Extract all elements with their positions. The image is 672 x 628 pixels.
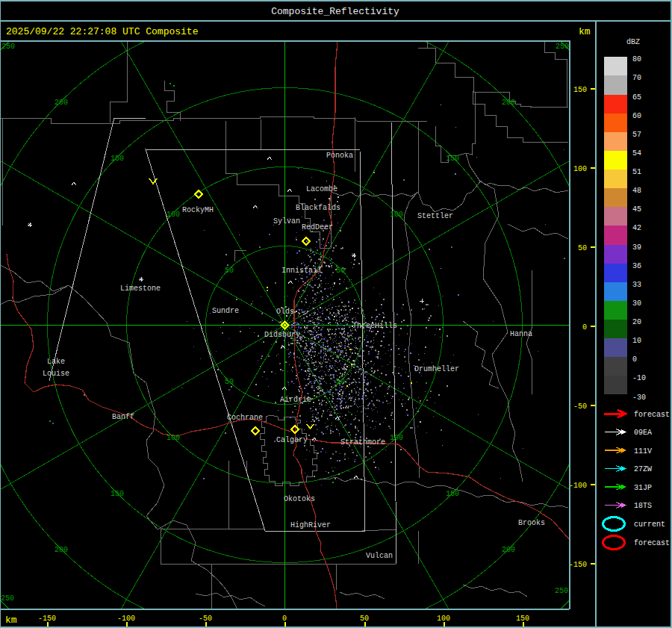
svg-text:RockyMH: RockyMH — [182, 206, 214, 214]
svg-text:50: 50 — [225, 267, 234, 275]
svg-text:150: 150 — [111, 155, 124, 163]
svg-text:km: km — [579, 26, 591, 37]
svg-text:HighRiver: HighRiver — [290, 521, 331, 529]
svg-text:-50: -50 — [199, 615, 212, 623]
svg-text:Lacombe: Lacombe — [306, 185, 337, 193]
svg-text:100: 100 — [573, 165, 587, 173]
svg-text:forecast: forecast — [634, 411, 670, 419]
svg-text:current: current — [634, 520, 665, 529]
svg-text:50: 50 — [578, 244, 587, 252]
svg-text:-50: -50 — [573, 402, 587, 411]
svg-text:30: 30 — [632, 299, 641, 308]
svg-text:ThreeHills: ThreeHills — [352, 322, 397, 330]
svg-text:Cochrane: Cochrane — [227, 414, 263, 422]
svg-text:Sylvan: Sylvan — [273, 217, 300, 226]
svg-text:10: 10 — [632, 337, 641, 345]
svg-text:dBZ: dBZ — [626, 38, 640, 46]
svg-text:18TS: 18TS — [634, 502, 652, 510]
svg-text:Louise: Louise — [43, 370, 69, 378]
svg-text:50: 50 — [336, 267, 345, 275]
svg-text:-100: -100 — [569, 482, 587, 490]
svg-text:Innisfail: Innisfail — [281, 267, 322, 275]
svg-text:200: 200 — [55, 99, 68, 107]
svg-text:forecast: forecast — [634, 539, 670, 547]
svg-text:-10: -10 — [632, 374, 646, 382]
svg-text:250: 250 — [556, 43, 569, 51]
svg-text:100: 100 — [167, 434, 180, 442]
svg-text:-150: -150 — [569, 561, 587, 569]
svg-text:20: 20 — [632, 318, 641, 326]
svg-text:50: 50 — [225, 378, 234, 386]
svg-text:150: 150 — [111, 490, 124, 498]
svg-text:54: 54 — [632, 149, 641, 158]
svg-text:Brooks: Brooks — [518, 519, 545, 527]
svg-text:Didsbury: Didsbury — [264, 331, 300, 339]
svg-text:200: 200 — [502, 99, 515, 107]
svg-text:250: 250 — [555, 587, 568, 595]
svg-text:2025/09/22 22:27:08 UTC Compos: 2025/09/22 22:27:08 UTC Composite — [6, 26, 198, 37]
svg-text:200: 200 — [55, 546, 68, 554]
svg-text:150: 150 — [446, 155, 459, 163]
svg-text:Airdrie: Airdrie — [280, 396, 311, 404]
svg-text:km: km — [5, 615, 17, 626]
svg-text:200: 200 — [502, 546, 515, 554]
svg-text:0: 0 — [282, 615, 287, 623]
svg-text:Limestone: Limestone — [120, 285, 161, 293]
svg-text:48: 48 — [632, 187, 641, 195]
svg-text:Olds: Olds — [276, 308, 294, 316]
svg-text:31JP: 31JP — [634, 484, 652, 492]
svg-text:57: 57 — [632, 131, 641, 139]
svg-text:45: 45 — [632, 205, 641, 214]
svg-text:-150: -150 — [38, 615, 56, 623]
svg-text:Lake: Lake — [47, 358, 65, 366]
svg-text:150: 150 — [573, 86, 587, 94]
svg-text:50: 50 — [360, 615, 369, 623]
svg-text:Stettler: Stettler — [417, 212, 453, 220]
svg-text:Calgary: Calgary — [276, 436, 308, 444]
svg-text:Composite_Reflectivity: Composite_Reflectivity — [271, 6, 399, 17]
svg-text:150: 150 — [516, 615, 529, 623]
svg-text:250: 250 — [1, 594, 14, 603]
svg-text:100: 100 — [390, 211, 403, 219]
svg-text:100: 100 — [390, 434, 403, 442]
svg-text:42: 42 — [632, 224, 641, 232]
svg-text:0: 0 — [632, 355, 637, 364]
svg-text:100: 100 — [167, 211, 180, 219]
svg-text:Blackfalds: Blackfalds — [296, 204, 340, 212]
svg-text:Banff: Banff — [112, 413, 134, 421]
svg-text:Sundre: Sundre — [212, 307, 239, 315]
svg-text:Hanna: Hanna — [510, 330, 532, 338]
svg-text:100: 100 — [437, 615, 450, 623]
svg-text:250: 250 — [1, 43, 15, 51]
svg-text:36: 36 — [632, 262, 641, 270]
svg-text:39: 39 — [632, 243, 641, 252]
svg-text:RedDeer: RedDeer — [302, 223, 333, 231]
svg-text:60: 60 — [632, 112, 641, 120]
svg-text:09EA: 09EA — [634, 429, 652, 437]
svg-text:50: 50 — [336, 378, 345, 386]
svg-text:Ponoka: Ponoka — [326, 152, 353, 160]
svg-text:65: 65 — [632, 93, 641, 102]
svg-text:Drumheller: Drumheller — [414, 365, 459, 373]
svg-text:Okotoks: Okotoks — [284, 495, 315, 503]
svg-text:-30: -30 — [632, 394, 646, 402]
svg-text:-100: -100 — [117, 615, 135, 623]
svg-text:80: 80 — [632, 55, 641, 63]
svg-text:70: 70 — [632, 74, 641, 82]
svg-text:33: 33 — [632, 281, 641, 289]
svg-text:Strathmore: Strathmore — [340, 438, 385, 447]
svg-text:Vulcan: Vulcan — [366, 552, 393, 560]
svg-text:111V: 111V — [634, 447, 652, 456]
svg-text:27ZW: 27ZW — [634, 465, 652, 473]
svg-text:0: 0 — [582, 323, 587, 332]
svg-text:150: 150 — [446, 490, 459, 498]
svg-text:51: 51 — [632, 168, 641, 176]
